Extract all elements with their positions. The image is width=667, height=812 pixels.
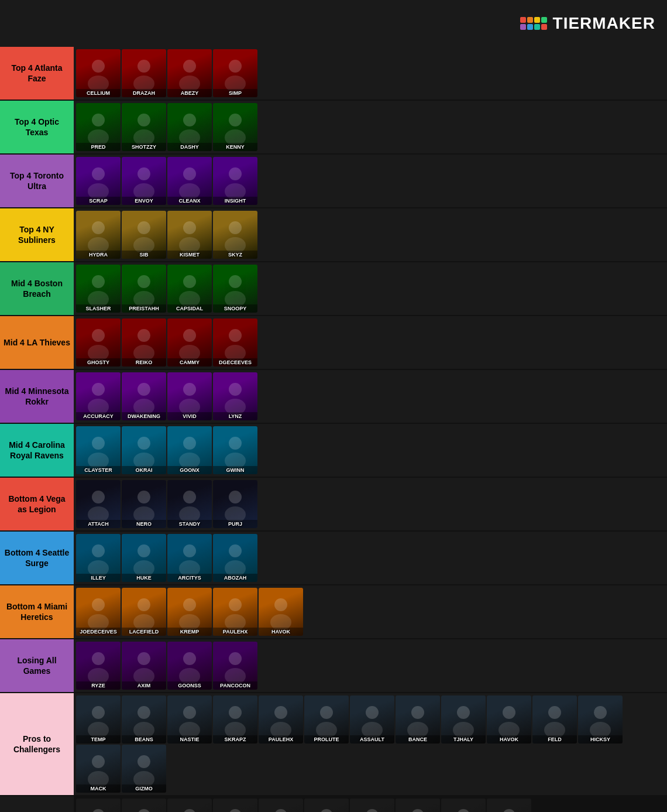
tier-label-mid4-carolina: Mid 4 Carolina Royal Ravens	[0, 424, 74, 477]
tier-content-top4-optic: PRED SHOTZZY DASHY KENNY	[74, 101, 667, 153]
svg-point-12	[183, 114, 196, 126]
svg-point-122	[92, 755, 105, 768]
tier-row-losing: Losing All Games RYZE AXIM GOONSS PANCOC…	[0, 639, 667, 693]
player-name-insight: INSIGHT	[213, 197, 257, 205]
svg-point-90	[92, 652, 105, 665]
svg-point-54	[229, 383, 242, 396]
logo-cell-5	[520, 24, 526, 30]
svg-point-32	[92, 275, 105, 288]
logo-cell-4	[541, 17, 547, 23]
player-name-standy: STANDY	[167, 520, 212, 528]
svg-point-142	[457, 809, 470, 812]
svg-point-44	[183, 329, 196, 342]
logo-grid-icon	[520, 17, 547, 30]
player-name-skrapz: SKRAPZ	[213, 735, 257, 744]
tier-label-top4-optic: Top 4 Optic Texas	[0, 101, 74, 153]
svg-point-116	[503, 706, 515, 719]
tier-row-mid4-minnesota: Mid 4 Minnesota Rokkr ACCURACY DWAKENING…	[0, 370, 667, 424]
player-name-dgeceeves: DGECEEVES	[213, 358, 257, 366]
svg-point-114	[457, 706, 470, 719]
player-name-beans: BEANS	[122, 735, 166, 744]
logo-cell-2	[527, 17, 533, 23]
player-name-assault: ASSAULT	[350, 735, 394, 744]
svg-point-78	[229, 544, 242, 557]
tier-label-losing: Losing All Games	[0, 639, 74, 692]
player-name-preistahh: PREISTAHH	[122, 304, 166, 313]
tier-row-mid4-carolina: Mid 4 Carolina Royal Ravens CLAYSTER OKR…	[0, 424, 667, 478]
player-name-skyz: SKYZ	[213, 251, 257, 259]
player-card-gizmo: GIZMO	[122, 745, 166, 793]
player-name-ryze: RYZE	[76, 681, 121, 690]
player-card-gwinn: GWINN	[213, 426, 257, 474]
svg-point-10	[137, 114, 150, 126]
player-card-ryze: RYZE	[76, 642, 121, 690]
player-name-kismet: KISMET	[167, 251, 212, 259]
svg-point-18	[137, 167, 150, 180]
player-name-dashy: DASHY	[167, 143, 212, 151]
svg-point-128	[137, 809, 150, 812]
svg-point-92	[137, 652, 150, 665]
player-name-temp: TEMP	[76, 735, 121, 744]
player-card-skyz: SKYZ	[213, 211, 257, 259]
tier-row-bottom4-vega: Bottom 4 Vega as Legion ATTACH NERO STAN…	[0, 478, 667, 532]
tier-content-mid4-carolina: CLAYSTER OKRAI GOONX GWINN	[74, 424, 667, 477]
svg-point-16	[92, 167, 105, 180]
tier-label-top4-atlanta: Top 4 Atlanta Faze	[0, 47, 74, 100]
player-name-snoopy: SNOOPY	[213, 304, 257, 313]
player-card-havok: HAVOK	[487, 695, 531, 744]
player-card-cammy: CAMMY	[167, 318, 212, 366]
svg-point-118	[548, 706, 561, 719]
player-name-scrap: SCRAP	[76, 197, 121, 205]
player-name-bance: BANCE	[396, 735, 440, 744]
player-name-gizmo: GIZMO	[122, 784, 166, 793]
player-card-ghosty: GHOSTY	[76, 318, 121, 366]
player-name-paulehx: PAULEHX	[259, 735, 303, 744]
svg-point-58	[137, 437, 150, 450]
svg-point-42	[137, 329, 150, 342]
player-card-huke: HUKE	[122, 534, 166, 582]
player-name-mack: MACK	[76, 784, 121, 793]
player-name-tjhaly: TJHALY	[441, 735, 486, 744]
player-name-kenny: KENNY	[213, 143, 257, 151]
svg-point-6	[229, 60, 242, 73]
svg-point-72	[92, 544, 105, 557]
tier-content-top4-ny: HYDRA SIB KISMET SKYZ	[74, 208, 667, 261]
tier-content-bottom4-vega: ATTACH NERO STANDY PURJ	[74, 478, 667, 530]
svg-point-86	[229, 598, 242, 611]
player-name-hicksy: HICKSY	[578, 735, 623, 744]
tier-content-mid4-la: GHOSTY REIKO CAMMY DGECEEVES	[74, 316, 667, 369]
player-card-neptune: NEPTUNE	[76, 799, 121, 812]
player-card-lynz: LYNZ	[213, 372, 257, 420]
player-card-dashy: DASHY	[167, 103, 212, 151]
player-card-abozah: ABOZAH	[213, 534, 257, 582]
tier-row-challengers: Still in Challengers NEPTUNE CENSOR SEAN…	[0, 796, 667, 812]
player-name-shotzzy: SHOTZZY	[122, 143, 166, 151]
svg-point-138	[366, 809, 379, 812]
player-name-abezy: ABEZY	[167, 89, 212, 97]
player-card-feld: FELD	[532, 695, 577, 744]
svg-point-88	[274, 598, 287, 611]
player-name-cellium: CELLIUM	[76, 89, 121, 97]
player-card-assault: ASSAULT	[350, 695, 394, 744]
player-name-joedeceives: JOEDECEIVES	[76, 628, 121, 636]
player-card-hydra: HYDRA	[76, 211, 121, 259]
tier-content-mid4-minnesota: ACCURACY DWAKENING VIVID LYNZ	[74, 370, 667, 423]
svg-point-52	[183, 383, 196, 396]
tier-row-pros: Pros to Challengers TEMP BEANS NASTIE SK…	[0, 693, 667, 796]
svg-point-66	[137, 491, 150, 503]
svg-point-40	[92, 329, 105, 342]
tiermaker-logo: TiERMAKER	[520, 14, 655, 33]
player-name-havok: HAVOK	[487, 735, 531, 744]
svg-point-80	[92, 598, 105, 611]
player-card-weeman: WEEMAN	[441, 799, 486, 812]
svg-point-102	[183, 706, 196, 719]
player-card-dwakening: DWAKENING	[122, 372, 166, 420]
player-card-tjhaly: TJHALY	[441, 695, 486, 744]
player-card-lacefield: LACEFIELD	[122, 588, 166, 636]
player-card-classic: CLASSIC	[304, 799, 349, 812]
player-name-axim: AXIM	[122, 681, 166, 690]
player-name-paulehx: PAULEHX	[213, 628, 257, 636]
player-name-pred: PRED	[76, 143, 121, 151]
player-name-okrai: OKRAI	[122, 466, 166, 474]
tier-label-mid4-minnesota: Mid 4 Minnesota Rokkr	[0, 370, 74, 423]
